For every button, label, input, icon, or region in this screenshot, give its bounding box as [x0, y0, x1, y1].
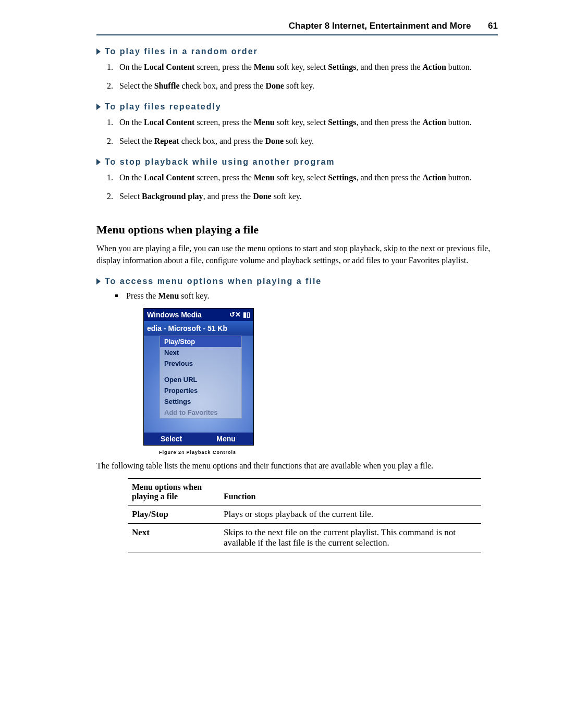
step: On the Local Content screen, press the M… — [115, 61, 498, 73]
th-option: Menu options when playing a file — [128, 478, 219, 505]
menu-item-add-favorites[interactable]: Add to Favorites — [160, 407, 241, 418]
menu-options-intro: When you are playing a file, you can use… — [96, 243, 498, 266]
subhead-stop-playback: To stop playback while using another pro… — [96, 157, 498, 167]
figure-caption: Figure 24 Playback Controls — [159, 450, 498, 455]
phone-menu-panel: Play/Stop Next Previous Open URL Propert… — [160, 336, 242, 418]
step: Select Background play, and press the Do… — [115, 191, 498, 202]
subhead-access-menu: To access menu options when playing a fi… — [96, 277, 498, 286]
softkey-select[interactable]: Select — [144, 433, 199, 445]
phone-title-text: Windows Media — [147, 311, 202, 319]
td-function: Skips to the next file on the current pl… — [219, 523, 481, 552]
phone-nowplaying: edia - Microsoft - 51 Kb — [144, 321, 253, 336]
connection-icon: ↺✕ — [229, 311, 241, 318]
th-function: Function — [219, 478, 481, 505]
table-row: Play/Stop Plays or stops playback of the… — [128, 505, 481, 523]
section-title-menu-options: Menu options when playing a file — [96, 223, 498, 237]
subhead-random-order: To play files in a random order — [96, 47, 498, 56]
menu-item-next[interactable]: Next — [160, 347, 241, 358]
page: Chapter 8 Internet, Entertainment and Mo… — [0, 0, 563, 728]
phone-screenshot: Windows Media ↺✕ ▮▯ edia - Microsoft - 5… — [143, 308, 498, 446]
step: Select the Repeat check box, and press t… — [115, 135, 498, 147]
header-rule — [96, 34, 498, 35]
triangle-icon — [96, 278, 101, 285]
phone-titlebar: Windows Media ↺✕ ▮▯ — [144, 309, 253, 321]
table-intro: The following table lists the menu optio… — [96, 460, 498, 472]
steps-repeatedly: On the Local Content screen, press the M… — [115, 117, 498, 147]
menu-item-properties[interactable]: Properties — [160, 385, 241, 396]
signal-icon: ▮▯ — [243, 311, 250, 318]
bullet-press-menu: Press the Menu soft key. — [115, 291, 498, 301]
phone-body: Play/Stop Next Previous Open URL Propert… — [144, 336, 253, 433]
step: On the Local Content screen, press the M… — [115, 117, 498, 128]
menu-item-settings[interactable]: Settings — [160, 396, 241, 407]
step: On the Local Content screen, press the M… — [115, 172, 498, 183]
td-option: Next — [128, 523, 219, 552]
triangle-icon — [96, 48, 101, 55]
square-bullet-icon — [115, 294, 118, 297]
menu-item-play-stop[interactable]: Play/Stop — [160, 336, 241, 347]
page-number: 61 — [488, 21, 498, 31]
menu-options-table: Menu options when playing a file Functio… — [128, 478, 481, 552]
page-header: Chapter 8 Internet, Entertainment and Mo… — [96, 21, 498, 34]
steps-stop-playback: On the Local Content screen, press the M… — [115, 172, 498, 202]
td-function: Plays or stops playback of the current f… — [219, 505, 481, 523]
menu-item-previous[interactable]: Previous — [160, 358, 241, 369]
td-option: Play/Stop — [128, 505, 219, 523]
step: Select the Shuffle check box, and press … — [115, 80, 498, 92]
softkey-menu[interactable]: Menu — [199, 433, 253, 445]
phone-frame: Windows Media ↺✕ ▮▯ edia - Microsoft - 5… — [143, 308, 254, 446]
triangle-icon — [96, 104, 101, 110]
chapter-title: Chapter 8 Internet, Entertainment and Mo… — [289, 21, 471, 31]
status-icons: ↺✕ ▮▯ — [229, 311, 250, 318]
menu-separator — [160, 369, 241, 374]
menu-item-open-url[interactable]: Open URL — [160, 374, 241, 385]
table-row: Next Skips to the next file on the curre… — [128, 523, 481, 552]
steps-random-order: On the Local Content screen, press the M… — [115, 61, 498, 92]
triangle-icon — [96, 159, 101, 165]
phone-softkey-bar: Select Menu — [144, 433, 253, 445]
subhead-repeatedly: To play files repeatedly — [96, 102, 498, 112]
